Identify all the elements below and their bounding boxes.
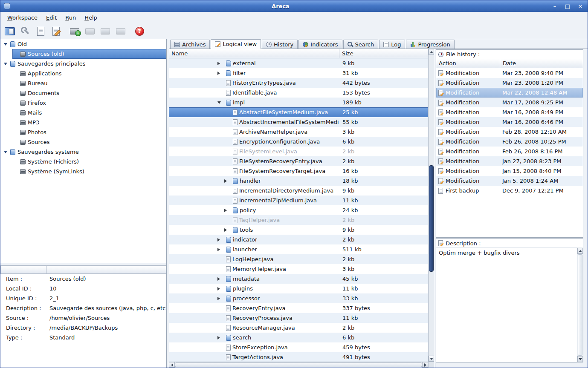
- action-column-header[interactable]: Action: [436, 59, 500, 68]
- scrollbar-thumb[interactable]: [429, 165, 434, 272]
- expand-arrow-icon[interactable]: [217, 238, 220, 242]
- menu-run[interactable]: Run: [61, 13, 80, 23]
- name-column-header[interactable]: Name: [169, 49, 339, 58]
- file-row[interactable]: impl189 kb: [169, 98, 428, 107]
- tab-search[interactable]: Search: [343, 40, 379, 49]
- file-row[interactable]: external9 kb: [169, 58, 428, 68]
- file-row[interactable]: TargetActions.java491 bytes: [169, 352, 428, 362]
- description-scrollbar[interactable]: [577, 248, 583, 362]
- file-table-hscrollbar[interactable]: [169, 362, 428, 368]
- scrollbar-thumb[interactable]: [175, 362, 422, 367]
- file-row[interactable]: filter31 kb: [169, 68, 428, 78]
- expand-arrow-icon[interactable]: [217, 101, 221, 104]
- tree-item[interactable]: Applications: [0, 69, 166, 78]
- file-row[interactable]: ArchiveNameHelper.java3 kb: [169, 127, 428, 137]
- tree-item[interactable]: Bureau: [0, 78, 166, 88]
- file-row[interactable]: AbstractIncrementalFileSystemMedi55 kb: [169, 117, 428, 127]
- tree-item[interactable]: Système (SymLinks): [0, 167, 166, 176]
- edit-target-button[interactable]: [50, 25, 62, 37]
- scroll-left-button[interactable]: [169, 362, 175, 368]
- history-row[interactable]: ModificationMar 16, 2008 6:46 PM: [436, 117, 583, 127]
- tree-item[interactable]: Sauvegardes principales: [0, 59, 166, 69]
- new-target-button[interactable]: [35, 25, 46, 37]
- tab-indicators[interactable]: Indicators: [298, 40, 342, 49]
- tree-item[interactable]: Old: [0, 39, 166, 49]
- file-row[interactable]: StoreException.java459 bytes: [169, 342, 428, 352]
- file-row[interactable]: metadata45 kb: [169, 274, 428, 284]
- expand-arrow-icon[interactable]: [217, 297, 220, 300]
- minimize-button[interactable]: –: [551, 3, 559, 9]
- history-row[interactable]: ModificationJan 15, 2008 8:40 PM: [436, 166, 583, 176]
- file-row[interactable]: IncrementalDirectoryMedium.java9 kb: [169, 186, 428, 196]
- date-column-header[interactable]: Date: [500, 59, 583, 68]
- tab-log[interactable]: Log: [379, 40, 405, 49]
- file-row[interactable]: RecoveryEntry.java337 bytes: [169, 303, 428, 313]
- description-text[interactable]: Optim merge + bugfix divers: [436, 248, 577, 362]
- file-row[interactable]: MemoryHelper.java3 kb: [169, 264, 428, 274]
- tree-item[interactable]: Sources (old): [0, 49, 166, 59]
- tab-history[interactable]: History: [262, 40, 298, 49]
- expand-arrow-icon[interactable]: [217, 248, 220, 251]
- menu-edit[interactable]: Edit: [42, 13, 61, 23]
- menu-workspace[interactable]: Workspace: [3, 13, 42, 23]
- history-row[interactable]: ModificationMar 23, 2008 9:40 PM: [436, 68, 583, 78]
- file-row[interactable]: FileSystemRecoveryEntry.java2 kb: [169, 156, 428, 166]
- size-column-header[interactable]: Size: [339, 49, 428, 58]
- file-row[interactable]: tools9 kb: [169, 225, 428, 235]
- tree-item[interactable]: Sauvegardes systeme: [0, 147, 166, 157]
- file-row[interactable]: ResourceManager.java2 kb: [169, 323, 428, 333]
- scrollbar-track[interactable]: [577, 254, 583, 356]
- history-row[interactable]: ModificationMar 22, 2008 12:48 AM: [436, 88, 583, 98]
- backup-button[interactable]: [69, 25, 81, 37]
- tree-item[interactable]: Documents: [0, 88, 166, 98]
- expand-arrow-icon[interactable]: [217, 277, 220, 281]
- scrollbar-thumb[interactable]: [578, 254, 582, 356]
- file-row[interactable]: FileSystemLevel.java2 kb: [169, 147, 428, 156]
- expand-arrow-icon[interactable]: [4, 43, 7, 46]
- tab-progression[interactable]: Progression: [406, 40, 454, 49]
- history-row[interactable]: ModificationFeb 26, 2008 10:25 PM: [436, 137, 583, 147]
- file-row[interactable]: LogHelper.java2 kb: [169, 254, 428, 264]
- file-table-vscrollbar[interactable]: [428, 49, 434, 362]
- scroll-up-button[interactable]: [429, 49, 434, 55]
- tree-item[interactable]: MP3: [0, 118, 166, 127]
- file-row[interactable]: AbstractFileSystemMedium.java25 kb: [169, 107, 428, 117]
- file-row[interactable]: HistoryEntryTypes.java442 bytes: [169, 78, 428, 88]
- history-row[interactable]: ModificationMar 23, 2008 1:20 PM: [436, 78, 583, 88]
- tree-item[interactable]: Système (Fichiers): [0, 157, 166, 167]
- scroll-down-button[interactable]: [577, 356, 583, 362]
- workspace-preferences-button[interactable]: [19, 25, 31, 37]
- file-row[interactable]: TagHelper.java2 kb: [169, 215, 428, 225]
- expand-arrow-icon[interactable]: [217, 287, 220, 290]
- file-row[interactable]: plugins11 kb: [169, 284, 428, 293]
- expand-arrow-icon[interactable]: [4, 151, 7, 153]
- tree-item[interactable]: Mails: [0, 108, 166, 118]
- history-row[interactable]: ModificationFeb 28, 2008 12:10 AM: [436, 127, 583, 137]
- file-row[interactable]: IncrementalZipMedium.java11 kb: [169, 196, 428, 205]
- file-row[interactable]: handler18 kb: [169, 176, 428, 186]
- expand-arrow-icon[interactable]: [217, 336, 220, 339]
- expand-arrow-icon[interactable]: [217, 62, 220, 65]
- expand-arrow-icon[interactable]: [224, 228, 227, 232]
- scroll-down-button[interactable]: [429, 356, 434, 362]
- history-row[interactable]: ModificationJan 27, 2008 8:23 PM: [436, 156, 583, 166]
- tab-archives[interactable]: Archives: [170, 40, 210, 49]
- file-row[interactable]: policy24 kb: [169, 205, 428, 215]
- file-row[interactable]: EncryptionConfiguration.java6 kb: [169, 137, 428, 147]
- close-button[interactable]: ×: [576, 3, 584, 9]
- menu-help[interactable]: Help: [80, 13, 101, 23]
- expand-arrow-icon[interactable]: [4, 63, 7, 65]
- file-row[interactable]: FileSystemRecoveryTarget.java16 kb: [169, 166, 428, 176]
- file-row[interactable]: Identifiable.java153 bytes: [169, 88, 428, 98]
- file-row[interactable]: search6 kb: [169, 333, 428, 342]
- file-row[interactable]: indicator2 kb: [169, 235, 428, 244]
- tree-item[interactable]: Sources: [0, 137, 166, 147]
- scroll-up-button[interactable]: [577, 248, 583, 254]
- expand-arrow-icon[interactable]: [224, 179, 227, 183]
- help-button[interactable]: [133, 25, 145, 37]
- scrollbar-track[interactable]: [175, 362, 422, 368]
- file-row[interactable]: processor33 kb: [169, 293, 428, 303]
- properties-header[interactable]: [0, 265, 166, 274]
- expand-arrow-icon[interactable]: [217, 72, 220, 75]
- open-workspace-button[interactable]: [4, 25, 16, 37]
